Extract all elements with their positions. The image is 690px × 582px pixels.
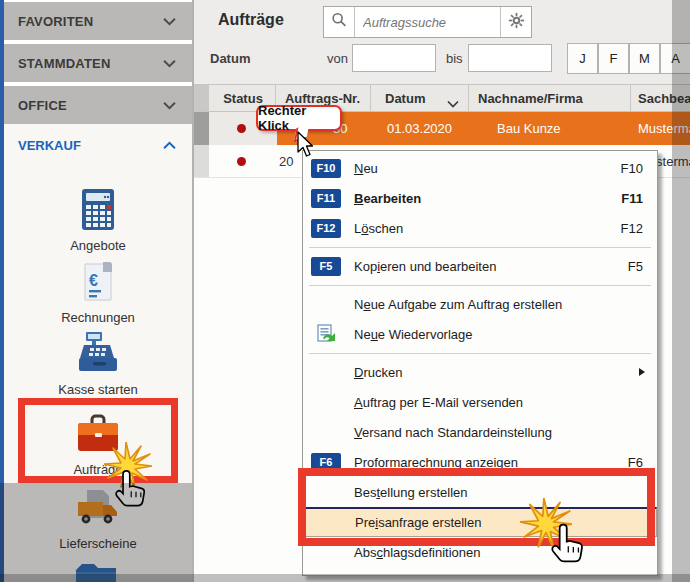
hand-cursor-icon: [112, 468, 148, 516]
row-marker-header: [194, 85, 209, 111]
search-icon: [330, 11, 348, 33]
menu-separator: [303, 349, 657, 357]
highlight-box-auftraege: [18, 398, 178, 483]
sort-descending-icon[interactable]: [447, 94, 459, 112]
month-button-februar[interactable]: F: [598, 43, 629, 74]
search-input[interactable]: [355, 7, 500, 37]
search-settings-button[interactable]: [500, 7, 531, 37]
page-title: Aufträge: [218, 11, 284, 29]
sidebar-section-favoriten[interactable]: FAVORITEN: [4, 2, 192, 40]
invoice-icon: €: [80, 290, 116, 307]
sidebar-item-label: Kasse starten: [4, 382, 192, 397]
menu-separator: [303, 243, 657, 251]
sidebar-item-label: Lieferscheine: [4, 536, 192, 551]
sidebar-item-rechnungen[interactable]: € Rechnungen: [4, 260, 192, 325]
cell-nachname-firma: Bau Kunze: [497, 112, 561, 145]
month-button-maerz[interactable]: M: [629, 43, 660, 74]
sidebar-item-angebote[interactable]: Angebote: [4, 188, 192, 253]
menu-item-neue-wiedervorlage[interactable]: Neue Wiedervorlage: [303, 319, 657, 349]
row-marker: [194, 112, 209, 145]
fkey-badge: F12: [311, 219, 341, 238]
svg-text:€: €: [89, 272, 98, 289]
column-header-nachname-firma[interactable]: Nachname/Firma: [478, 84, 583, 112]
sidebar-item-label: Angebote: [4, 238, 192, 253]
menu-item-neue-aufgabe[interactable]: Neue Aufgabe zum Auftrag erstellen: [303, 289, 657, 319]
gear-icon: [508, 12, 525, 33]
chevron-up-icon: [163, 136, 176, 154]
truck-icon: [76, 516, 120, 533]
sidebar-item-label: Rechnungen: [4, 310, 192, 325]
search-button[interactable]: [324, 7, 355, 37]
sidebar-section-stammdaten[interactable]: STAMMDATEN: [4, 44, 192, 82]
date-from-input[interactable]: [352, 44, 436, 72]
filter-datum-label: Datum: [210, 51, 250, 66]
app-window: FAVORITEN STAMMDATEN OFFICE VERKAUF Ange…: [0, 0, 690, 582]
section-label: VERKAUF: [18, 138, 81, 153]
search-box: [323, 6, 532, 38]
submenu-arrow-icon: [639, 368, 645, 376]
menu-item-auftrag-per-email[interactable]: Auftrag per E-Mail versenden: [303, 387, 657, 417]
status-dot-red: [237, 157, 246, 166]
menu-item-loeschen[interactable]: F12 Löschen F12: [303, 213, 657, 243]
chevron-down-icon: [163, 96, 176, 114]
hand-cursor-icon: [548, 522, 586, 572]
wiedervorlage-icon: [316, 323, 336, 346]
cell-auftrags-nr: 20: [279, 145, 293, 178]
menu-separator: [303, 281, 657, 289]
cell-sachbearbeiter: Mustermann: [638, 112, 690, 145]
section-label: OFFICE: [18, 98, 67, 113]
sidebar-item-lieferscheine[interactable]: Lieferscheine: [4, 488, 192, 551]
filter-von-label: von: [327, 51, 348, 66]
section-label: FAVORITEN: [18, 14, 93, 29]
highlight-box-menu-items: [298, 468, 655, 546]
sidebar-section-verkauf[interactable]: VERKAUF: [4, 128, 192, 162]
menu-item-drucken[interactable]: Drucken: [303, 357, 657, 387]
sidebar-section-office[interactable]: OFFICE: [4, 86, 192, 124]
column-header-datum[interactable]: Datum: [385, 84, 425, 112]
chevron-down-icon: [163, 12, 176, 30]
column-header-sachbearbeiter[interactable]: Sachbearbeiter: [638, 84, 690, 112]
section-label: STAMMDATEN: [18, 56, 111, 71]
chevron-down-icon: [163, 54, 176, 72]
month-button-januar[interactable]: J: [567, 43, 598, 74]
date-to-input[interactable]: [468, 44, 552, 72]
calculator-icon: [80, 218, 116, 235]
menu-item-versand-standardeinstellung[interactable]: Versand nach Standardeinstellung: [303, 417, 657, 447]
filter-bis-label: bis: [446, 51, 463, 66]
cell-datum: 01.03.2020: [387, 112, 452, 145]
menu-item-neu[interactable]: F10 Neu F10: [303, 153, 657, 183]
folder-icon: [74, 562, 118, 582]
fkey-badge: F5: [311, 257, 341, 276]
sidebar-item-kasse-starten[interactable]: Kasse starten: [4, 330, 192, 397]
status-dot-red: [237, 124, 246, 133]
arrow-cursor-icon: [296, 131, 317, 163]
menu-item-kopieren-und-bearbeiten[interactable]: F5 Kopieren und bearbeiten F5: [303, 251, 657, 281]
fkey-badge: F11: [311, 189, 341, 208]
cash-register-icon: [77, 362, 119, 379]
menu-item-bearbeiten[interactable]: F11 Bearbeiten F11: [303, 183, 657, 213]
month-button-april[interactable]: A: [660, 43, 690, 74]
row-marker: [194, 145, 209, 177]
